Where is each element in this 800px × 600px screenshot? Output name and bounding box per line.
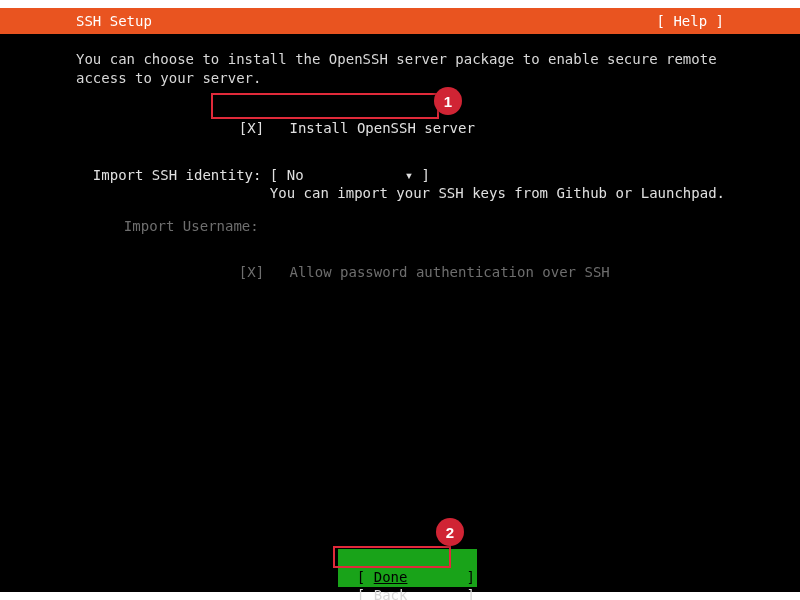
main-content: You can choose to install the OpenSSH se…: [76, 50, 740, 88]
intro-line-1: You can choose to install the OpenSSH se…: [76, 50, 740, 69]
import-identity-hint: You can import your SSH keys from Github…: [270, 185, 725, 201]
allow-password-checkbox[interactable]: [X]: [239, 264, 264, 280]
annotation-badge-1: 1: [434, 87, 462, 115]
annotation-badge-2: 2: [436, 518, 464, 546]
back-button[interactable]: [ Back ]: [340, 567, 475, 600]
intro-line-2: access to your server.: [76, 69, 740, 88]
page-title: SSH Setup: [76, 13, 152, 29]
install-openssh-label: Install OpenSSH server: [289, 120, 474, 136]
install-openssh-checkbox[interactable]: [X]: [239, 120, 264, 136]
import-username-label: Import Username:: [124, 218, 259, 234]
allow-password-label: Allow password authentication over SSH: [289, 264, 609, 280]
import-identity-label: Import SSH identity:: [93, 167, 262, 183]
help-button[interactable]: [ Help ]: [657, 13, 724, 29]
title-bar: SSH Setup [ Help ]: [0, 8, 800, 34]
